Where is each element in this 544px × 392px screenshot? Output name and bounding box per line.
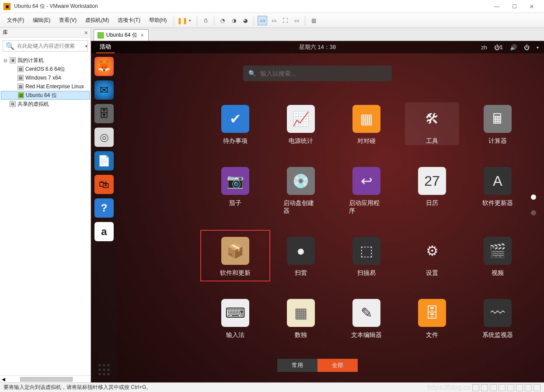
dock-writer[interactable]: 📄 (94, 151, 114, 170)
app-icon: ✎ (352, 299, 380, 327)
view-unity-icon[interactable]: ▭ (269, 16, 279, 25)
app-日历[interactable]: 27日历 (401, 164, 463, 215)
clock[interactable]: 星期六 14：38 (299, 43, 336, 51)
page-dot-2[interactable] (531, 210, 536, 215)
app-文本编辑器[interactable]: ✎文本编辑器 (336, 296, 397, 339)
dock-amazon[interactable]: a (94, 222, 114, 241)
activities-button[interactable]: 活动 (96, 41, 115, 53)
library-close-icon[interactable]: × (84, 29, 88, 36)
gnome-search[interactable]: 🔍 (243, 66, 392, 81)
library-hscroll[interactable]: ◂ (0, 375, 91, 382)
app-电源统计[interactable]: 📈电源统计 (270, 102, 331, 145)
app-输入法[interactable]: ⌨输入法 (205, 296, 266, 339)
app-icon: 🎬 (484, 237, 512, 265)
pause-vm-icon[interactable]: ❚❚ (178, 16, 187, 25)
page-dot-1[interactable] (531, 194, 536, 200)
computer-icon: 🖥 (10, 57, 16, 63)
power-dropdown-icon[interactable]: ▾ (189, 18, 193, 23)
app-启动盘创建器[interactable]: 💿启动盘创建器 (270, 164, 331, 215)
network-icon[interactable]: ⏻⇅ (494, 44, 503, 51)
close-button[interactable]: ✕ (523, 0, 541, 13)
app-filter: 常用 全部 (277, 359, 358, 372)
app-系统监视器[interactable]: 〰系统监视器 (467, 296, 528, 339)
app-icon: ● (287, 237, 315, 265)
app-文件[interactable]: 🗄文件 (401, 296, 463, 339)
tree-item-rhel[interactable]: ▤Red Hat Enterprise Linux (1, 82, 90, 91)
device-printer-icon[interactable] (516, 384, 523, 391)
messages-icon[interactable] (534, 384, 541, 391)
gnome-search-input[interactable] (260, 70, 387, 77)
menu-view[interactable]: 查看(V) (56, 15, 80, 26)
vm-tab-ubuntu[interactable]: Ubuntu 64 位 × (94, 29, 149, 41)
app-启动应用程序[interactable]: ↩启动应用程序 (336, 164, 397, 215)
system-dropdown-icon[interactable]: ▾ (537, 45, 539, 50)
snapshot-manager-icon[interactable]: ◕ (241, 16, 250, 25)
search-dropdown-icon[interactable]: ▾ (85, 44, 87, 49)
filter-all[interactable]: 全部 (317, 359, 358, 372)
device-net-icon[interactable] (490, 384, 497, 391)
tree-shared[interactable]: ⧉ 共享的虚拟机 (1, 100, 90, 108)
app-计算器[interactable]: 🖩计算器 (467, 102, 528, 145)
tree-item-centos[interactable]: ▤CentOS 6.6 64位 (1, 65, 90, 73)
stretch-icon[interactable]: ▭ (292, 16, 301, 25)
status-message: 要将输入定向到该虚拟机，请将鼠标指针移入其中或按 Ctrl+G。 (3, 384, 151, 391)
ubuntu-desktop[interactable]: 活动 星期六 14：38 zh ⏻⇅ 🔊 ⏻ ▾ 🦊 ✉ 🗄 ◎ 📄 🛍 ? (91, 41, 544, 382)
send-ctrl-alt-del-icon[interactable]: ⎙ (201, 16, 210, 25)
library-search-input[interactable] (17, 43, 83, 49)
menu-help[interactable]: 帮助(H) (146, 15, 171, 26)
app-对对碰[interactable]: ▦对对碰 (336, 102, 397, 145)
volume-icon[interactable]: 🔊 (510, 44, 517, 51)
app-扫雷[interactable]: ●扫雷 (270, 234, 331, 277)
app-工具[interactable]: 🛠工具 (401, 102, 463, 145)
dock-firefox[interactable]: 🦊 (94, 57, 114, 76)
device-cd-icon[interactable] (481, 384, 488, 391)
tree-item-ubuntu[interactable]: ▤Ubuntu 64 位 (1, 91, 90, 100)
tree-item-win7[interactable]: ▤Windows 7 x64 (1, 73, 90, 82)
maximize-button[interactable]: ☐ (506, 0, 523, 13)
snapshot-take-icon[interactable]: ◔ (218, 16, 227, 25)
app-待办事项[interactable]: ✔待办事项 (205, 102, 266, 145)
power-icon[interactable]: ⏻ (524, 44, 530, 51)
device-sound-icon[interactable] (507, 384, 514, 391)
dock-help[interactable]: ? (94, 198, 114, 218)
menu-vm[interactable]: 虚拟机(M) (82, 15, 112, 26)
app-茄子[interactable]: 📷茄子 (205, 164, 266, 215)
collapse-icon[interactable]: ⊟ (3, 58, 8, 63)
minimize-button[interactable]: — (488, 0, 506, 13)
app-软件更新器[interactable]: A软件更新器 (467, 164, 528, 215)
dock-rhythmbox[interactable]: ◎ (94, 128, 114, 147)
tab-close-icon[interactable]: × (140, 32, 145, 38)
scroll-left-icon[interactable]: ◂ (0, 375, 7, 383)
show-applications-button[interactable] (96, 361, 112, 378)
device-hdd-icon[interactable] (472, 384, 479, 391)
device-usb-icon[interactable] (499, 384, 506, 391)
app-label: 视频 (492, 269, 504, 277)
app-扫描易[interactable]: ⬚扫描易 (336, 234, 397, 277)
app-设置[interactable]: ⚙设置 (401, 234, 463, 277)
library-panel: 库 × 🔍 ▾ ⊟ 🖥 我的计算机 ▤CentOS 6.6 64位 ▤Windo… (0, 28, 91, 382)
library-toggle-icon[interactable]: ▥ (309, 16, 318, 25)
app-视频[interactable]: 🎬视频 (467, 234, 528, 277)
app-label: 扫描易 (357, 269, 376, 277)
dock-software[interactable]: 🛍 (94, 175, 114, 194)
menu-edit[interactable]: 编辑(E) (29, 15, 54, 26)
device-display-icon[interactable] (525, 384, 532, 391)
app-label: 工具 (426, 137, 438, 145)
app-软件和更新[interactable]: 📦软件和更新 (205, 234, 266, 277)
library-search[interactable]: 🔍 ▾ (3, 40, 88, 52)
menu-file[interactable]: 文件(F) (3, 15, 28, 26)
dock-files[interactable]: 🗄 (94, 104, 114, 123)
filter-frequent[interactable]: 常用 (277, 359, 317, 372)
input-lang[interactable]: zh (481, 44, 487, 51)
menu-tabs[interactable]: 选项卡(T) (114, 15, 143, 26)
dock-thunderbird[interactable]: ✉ (94, 80, 114, 100)
fullscreen-icon[interactable]: ⛶ (280, 16, 290, 25)
app-数独[interactable]: ▦数独 (270, 296, 331, 339)
app-icon: 💿 (287, 167, 315, 195)
vm-tab-icon (98, 32, 104, 38)
tree-my-computer[interactable]: ⊟ 🖥 我的计算机 (1, 56, 90, 65)
view-console-icon[interactable]: ▭ (258, 16, 267, 25)
snapshot-revert-icon[interactable]: ◑ (229, 16, 239, 25)
window-title: Ubuntu 64 位 - VMware Workstation (14, 3, 488, 10)
search-icon: 🔍 (6, 42, 14, 50)
